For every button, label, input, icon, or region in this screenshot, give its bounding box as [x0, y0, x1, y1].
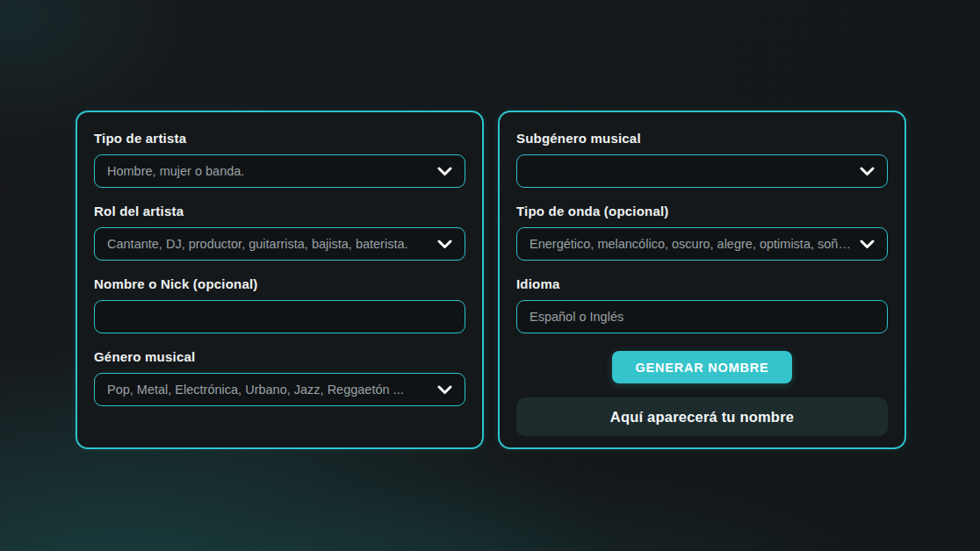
nombre-nick-label: Nombre o Nick (opcional): [94, 276, 465, 291]
subgenero-musical-select[interactable]: [516, 154, 888, 188]
result-display-box: Aquí aparecerá tu nombre: [516, 397, 888, 436]
chevron-down-icon: [437, 240, 452, 249]
chevron-down-icon: [860, 240, 875, 249]
chevron-down-icon: [860, 167, 875, 176]
generate-name-button[interactable]: GENERAR NOMBRE: [612, 351, 791, 383]
artist-info-panel: Tipo de artista Hombre, mujer o banda. R…: [76, 111, 484, 449]
tipo-de-artista-select[interactable]: Hombre, mujer o banda.: [94, 154, 465, 188]
tipo-de-onda-placeholder: Energético, melancólico, oscuro, alegre,…: [530, 237, 853, 251]
field-row-idioma: Idioma: [516, 276, 888, 333]
idioma-input[interactable]: [516, 300, 888, 333]
tipo-de-onda-select[interactable]: Energético, melancólico, oscuro, alegre,…: [516, 227, 888, 261]
field-row-tipo-de-artista: Tipo de artista Hombre, mujer o banda.: [94, 131, 465, 188]
rol-del-artista-placeholder: Cantante, DJ, productor, guitarrista, ba…: [107, 237, 430, 251]
idioma-label: Idioma: [516, 276, 888, 291]
tipo-de-onda-label: Tipo de onda (opcional): [516, 204, 888, 218]
nombre-nick-input[interactable]: [94, 300, 465, 333]
form-panels: Tipo de artista Hombre, mujer o banda. R…: [76, 111, 906, 449]
generate-button-container: GENERAR NOMBRE: [516, 351, 888, 383]
rol-del-artista-label: Rol del artista: [94, 204, 465, 218]
field-row-nombre-nick: Nombre o Nick (opcional): [94, 276, 465, 333]
chevron-down-icon: [437, 385, 452, 395]
field-row-genero-musical: Género musical Pop, Metal, Electrónica, …: [94, 349, 465, 406]
chevron-down-icon: [437, 167, 452, 176]
result-placeholder-text: Aquí aparecerá tu nombre: [610, 409, 794, 426]
genero-musical-select[interactable]: Pop, Metal, Electrónica, Urbano, Jazz, R…: [94, 373, 465, 406]
genero-musical-placeholder: Pop, Metal, Electrónica, Urbano, Jazz, R…: [107, 383, 430, 397]
tipo-de-artista-placeholder: Hombre, mujer o banda.: [107, 164, 430, 178]
rol-del-artista-select[interactable]: Cantante, DJ, productor, guitarrista, ba…: [94, 227, 465, 261]
tipo-de-artista-label: Tipo de artista: [94, 131, 465, 146]
subgenero-musical-label: Subgénero musical: [516, 131, 888, 146]
field-row-subgenero-musical: Subgénero musical: [516, 131, 888, 188]
field-row-tipo-de-onda: Tipo de onda (opcional) Energético, mela…: [516, 204, 888, 261]
generation-panel: Subgénero musical Tipo de onda (opcional…: [498, 111, 906, 449]
field-row-rol-del-artista: Rol del artista Cantante, DJ, productor,…: [94, 204, 465, 261]
genero-musical-label: Género musical: [94, 349, 465, 364]
